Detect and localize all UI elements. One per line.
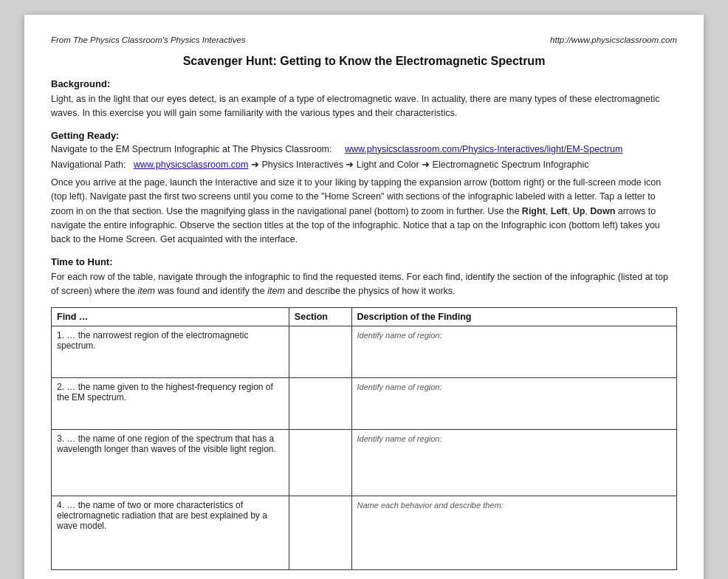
- background-heading: Background:: [51, 78, 677, 89]
- document-page: From The Physics Classroom's Physics Int…: [24, 15, 704, 579]
- section-cell: [289, 378, 351, 430]
- table-row: 1. … the narrowest region of the electro…: [52, 326, 677, 378]
- find-cell: 3. … the name of one region of the spect…: [52, 430, 289, 496]
- header-bar: From The Physics Classroom's Physics Int…: [51, 35, 677, 44]
- time-to-hunt-heading: Time to Hunt:: [51, 256, 677, 267]
- find-cell: 1. … the narrowest region of the electro…: [52, 326, 289, 378]
- description-cell: Identify name of region:: [351, 326, 676, 378]
- col-header-description: Description of the Finding: [351, 308, 676, 326]
- main-title: Scavenger Hunt: Getting to Know the Elec…: [51, 55, 677, 68]
- table-row: 4. … the name of two or more characteris…: [52, 496, 677, 570]
- header-right: http://www.physicsclassroom.com: [550, 35, 677, 44]
- description-cell: Identify name of region:: [351, 378, 676, 430]
- background-section: Background: Light, as in the light that …: [51, 78, 677, 121]
- description-cell: Identify name of region:: [351, 430, 676, 496]
- url-link[interactable]: www.physicsclassroom.com/Physics-Interac…: [345, 144, 623, 154]
- nav-label: Navigational Path:: [51, 160, 126, 170]
- col-header-find: Find …: [52, 308, 289, 326]
- section-cell: [289, 496, 351, 570]
- nav-path-text: Physics Interactives ➜ Light and Color ➜…: [261, 160, 588, 170]
- background-text: Light, as in the light that our eyes det…: [51, 92, 677, 121]
- header-left: From The Physics Classroom's Physics Int…: [51, 35, 246, 44]
- url-label: Navigate to the EM Spectrum Infographic …: [51, 144, 332, 154]
- table-row: 2. … the name given to the highest-frequ…: [52, 378, 677, 430]
- hunt-table: Find … Section Description of the Findin…: [51, 307, 677, 570]
- col-header-section: Section: [289, 308, 351, 326]
- url-line: Navigate to the EM Spectrum Infographic …: [51, 144, 677, 154]
- find-cell: 4. … the name of two or more characteris…: [52, 496, 289, 570]
- time-to-hunt-section: Time to Hunt: For each row of the table,…: [51, 256, 677, 299]
- getting-ready-heading: Getting Ready:: [51, 130, 677, 141]
- getting-ready-instructions: Once you arrive at the page, launch the …: [51, 176, 677, 247]
- description-cell: Name each behavior and describe them:: [351, 496, 676, 570]
- section-cell: [289, 430, 351, 496]
- time-to-hunt-text: For each row of the table, navigate thro…: [51, 270, 677, 299]
- table-row: 3. … the name of one region of the spect…: [52, 430, 677, 496]
- nav-path-line: Navigational Path: www.physicsclassroom.…: [51, 159, 677, 170]
- nav-arrow-1: ➜: [251, 160, 261, 170]
- nav-link[interactable]: www.physicsclassroom.com: [134, 160, 249, 170]
- section-cell: [289, 326, 351, 378]
- find-cell: 2. … the name given to the highest-frequ…: [52, 378, 289, 430]
- getting-ready-section: Getting Ready: Navigate to the EM Spectr…: [51, 130, 677, 247]
